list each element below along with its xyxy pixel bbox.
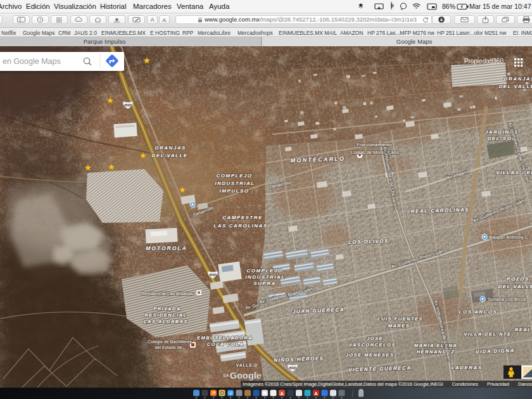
svg-text:A: A: [314, 391, 318, 396]
svg-text:INDUSTRIAL: INDUSTRIAL: [245, 274, 285, 280]
svg-text:Lomas de Monte Carlo: Lomas de Monte Carlo: [351, 149, 399, 155]
svg-text:MARES: MARES: [388, 323, 410, 329]
svg-text:Residencial Las Aldabas: Residencial Las Aldabas: [141, 291, 193, 296]
svg-text:VILLA DEL NTE: VILLA DEL NTE: [464, 331, 512, 337]
svg-text:LAS CAROLINAS: LAS CAROLINAS: [213, 223, 267, 229]
svg-text:COMPLEJO: COMPLEJO: [247, 268, 283, 274]
svg-text:VALLE D: VALLE D: [236, 363, 258, 367]
svg-text:MOTOROLA: MOTOROLA: [146, 245, 187, 251]
svg-text:LAS ALDABAS: LAS ALDABAS: [144, 319, 188, 324]
svg-text:GRANJAS: GRANJAS: [155, 145, 186, 151]
svg-text:SUPRA: SUPRA: [253, 281, 276, 286]
svg-text:REAL: REAL: [515, 327, 531, 332]
svg-text:LOS ARCOS: LOS ARCOS: [459, 309, 498, 315]
svg-text:del Estado de: del Estado de: [155, 345, 182, 350]
svg-text:DEL SOL: DEL SOL: [487, 136, 516, 141]
svg-text:Soriana Los Arcos: Soriana Los Arcos: [488, 296, 526, 302]
svg-text:VASCONCELOS: VASCONCELOS: [349, 342, 396, 348]
svg-text:JOSÉ: JOSÉ: [367, 336, 383, 341]
svg-text:SA: SA: [223, 373, 229, 377]
svg-text:CAMPESTRE: CAMPESTRE: [222, 215, 263, 220]
svg-text:PRIVADA: PRIVADA: [153, 306, 181, 312]
svg-text:Google: Google: [230, 370, 262, 381]
svg-text:Mar 15 de mar 10:47: Mar 15 de mar 10:47: [469, 3, 531, 10]
svg-text:86%: 86%: [442, 3, 455, 10]
svg-text:DEL VALLE: DEL VALLE: [498, 284, 532, 289]
svg-text:MARÍA ELENA: MARÍA ELENA: [414, 343, 457, 348]
svg-text:IMPULSO: IMPULSO: [220, 188, 250, 194]
svg-text:POZOS: POZOS: [507, 276, 529, 282]
svg-text:RESIDENCIAL: RESIDENCIAL: [144, 312, 187, 318]
svg-text:GRANJAS: GRANJAS: [504, 76, 532, 82]
svg-text:EMBOTELLADORA: EMBOTELLADORA: [197, 335, 253, 341]
svg-text:A: A: [162, 16, 167, 23]
svg-text:Propiedad360: Propiedad360: [464, 58, 504, 65]
svg-text:COMPLEJO: COMPLEJO: [217, 173, 253, 179]
svg-text:LUIS FUENTES: LUIS FUENTES: [377, 316, 423, 322]
svg-text:450D: 450D: [124, 103, 132, 107]
svg-text:JOSÉ MENESES: JOSÉ MENESES: [346, 352, 395, 358]
svg-text:A: A: [151, 16, 155, 23]
svg-text:LADERAS: LADERAS: [451, 365, 482, 370]
svg-text:A: A: [280, 391, 283, 396]
svg-text:INDUSTRIAL: INDUSTRIAL: [215, 180, 255, 186]
svg-text:450D: 450D: [289, 366, 296, 370]
svg-text:COCA COLA: COCA COLA: [207, 341, 244, 347]
svg-text:Alsuper Anthony C: Alsuper Anthony C: [489, 234, 529, 240]
svg-text:DEL VALLE: DEL VALLE: [151, 153, 187, 158]
svg-text:450D: 450D: [209, 273, 217, 277]
svg-text:DEL VALLE: DEL VALLE: [498, 84, 532, 89]
svg-text:Colegio de Bachilleres: Colegio de Bachilleres: [148, 339, 192, 345]
